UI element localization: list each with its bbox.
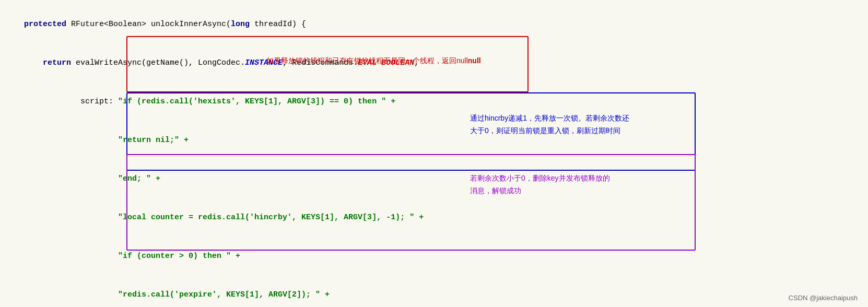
code-line-3: script: "if (redis.call('hexists', KEYS[…	[5, 82, 868, 121]
code-indent	[24, 174, 118, 183]
code-string: "redis.call('pexpire', KEYS[1], ARGV[2])…	[118, 290, 330, 299]
code-text: threadId) {	[254, 20, 306, 29]
code-line-4: "return nil;" +	[5, 121, 868, 160]
code-text: evalWriteAsync(getName(), LongCodec.	[76, 58, 245, 67]
code-indent	[24, 58, 43, 67]
code-indent	[24, 290, 118, 299]
code-line-8: "redis.call('pexpire', KEYS[1], ARGV[2])…	[5, 276, 868, 307]
code-line-1: protected RFuture<Boolean> unlockInnerAs…	[5, 5, 868, 44]
code-indent: script:	[24, 97, 118, 106]
code-string: "if (redis.call('hexists', KEYS[1], ARGV…	[118, 97, 395, 106]
red-annotation: 如果释放锁的线程和已存在锁的线程不是同一个线程，返回nullnull	[266, 56, 481, 66]
code-indent	[24, 213, 118, 222]
keyword-return: return	[43, 58, 76, 67]
code-line-5: "end; " +	[5, 160, 868, 198]
blue-annotation: 通过hincrby递减1，先释放一次锁。若剩余次数还 大于0，则证明当前锁是重入…	[470, 112, 629, 137]
purple-annotation: 若剩余次数小于0，删除key并发布锁释放的 消息，解锁成功	[470, 172, 610, 197]
code-string: "local counter = redis.call('hincrby', K…	[118, 213, 424, 222]
code-block: protected RFuture<Boolean> unlockInnerAs…	[0, 0, 868, 307]
watermark: CSDN @jakiechaipush	[789, 294, 858, 302]
keyword-protected: protected	[24, 20, 71, 29]
code-string: "if (counter > 0) then " +	[118, 252, 240, 261]
code-indent	[24, 136, 118, 145]
code-indent	[24, 252, 118, 261]
code-string: "end; " +	[118, 174, 160, 183]
code-string: "return nil;" +	[118, 136, 189, 145]
code-text: RFuture<Boolean> unlockInnerAsync(	[71, 20, 231, 29]
code-line-7: "if (counter > 0) then " +	[5, 237, 868, 276]
keyword-long: long	[231, 20, 254, 29]
code-line-6: "local counter = redis.call('hincrby', K…	[5, 198, 868, 237]
